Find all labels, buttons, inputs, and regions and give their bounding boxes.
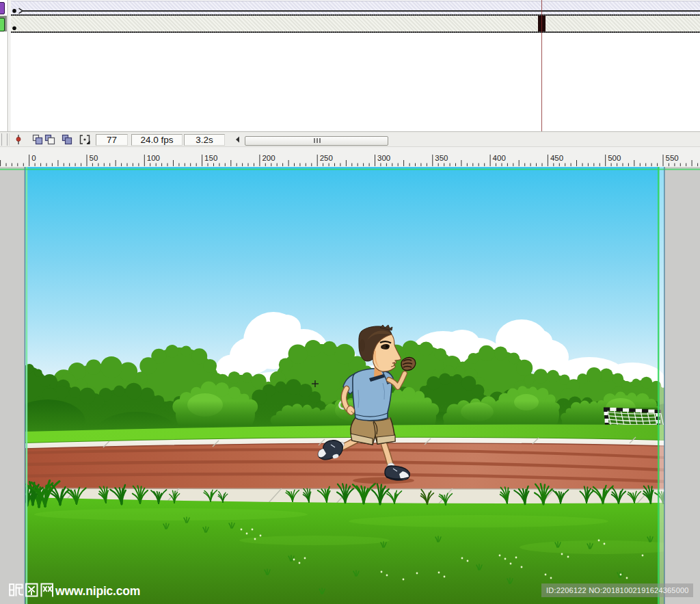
svg-text:150: 150 [204,154,217,162]
svg-text:50: 50 [90,154,98,162]
svg-text:550: 550 [666,154,679,162]
svg-text:450: 450 [550,154,563,162]
svg-text:0: 0 [31,154,36,162]
svg-text:200: 200 [262,154,275,162]
svg-text:400: 400 [493,154,506,162]
svg-text:100: 100 [147,154,160,162]
svg-text:500: 500 [608,154,621,162]
svg-text:250: 250 [320,154,333,162]
svg-text:300: 300 [377,154,390,162]
svg-text:350: 350 [435,154,448,162]
